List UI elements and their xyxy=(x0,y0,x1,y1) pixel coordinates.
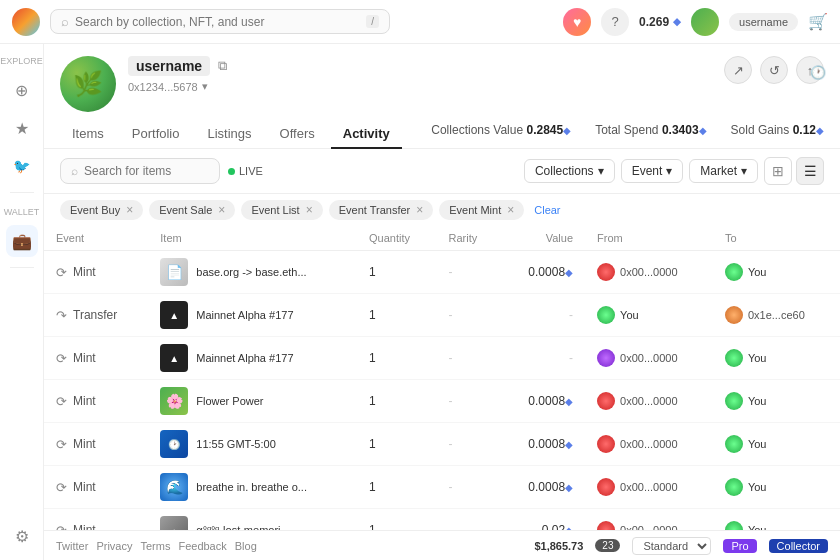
remove-filter-transfer[interactable]: × xyxy=(416,203,423,217)
from-cell: 0x00...0000 xyxy=(585,466,713,509)
tab-offers[interactable]: Offers xyxy=(268,120,327,149)
event-label: Mint xyxy=(73,394,96,408)
tab-items[interactable]: Items xyxy=(60,120,116,149)
to-cell: You xyxy=(713,509,840,531)
table-row[interactable]: ⟳ Mint 🌸 Flower Power 1 - 0.0008◆ 0x00..… xyxy=(44,380,840,423)
twitter-link[interactable]: Twitter xyxy=(56,540,88,552)
blog-link[interactable]: Blog xyxy=(235,540,257,552)
feedback-link[interactable]: Feedback xyxy=(178,540,226,552)
profile-avatar: 🌿 xyxy=(60,56,116,112)
search-input[interactable] xyxy=(75,15,360,29)
user-avatar[interactable] xyxy=(691,8,719,36)
eth-diamond-icon: ◆ xyxy=(673,16,681,27)
tab-portfolio[interactable]: Portfolio xyxy=(120,120,192,149)
item-name[interactable]: breathe in. breathe o... xyxy=(196,481,307,493)
rarity-cell: - xyxy=(437,466,502,509)
sidebar-item-explore[interactable]: ⊕ xyxy=(6,74,38,106)
profile-info: username ⧉ 0x1234...5678 ▾ xyxy=(128,56,712,93)
quantity-cell: 1 xyxy=(357,337,436,380)
terms-link[interactable]: Terms xyxy=(140,540,170,552)
eth-usd-price: $1,865.73 xyxy=(534,540,583,552)
search-kbd: / xyxy=(366,15,379,28)
quantity-cell: 1 xyxy=(357,509,436,531)
rarity-value: - xyxy=(449,265,453,279)
filter-event-transfer[interactable]: Event Transfer × xyxy=(329,200,434,220)
market-dropdown[interactable]: Market ▾ xyxy=(689,159,758,183)
collection-value-label: Collections Value xyxy=(431,123,523,137)
eth-price-value: 0.269 xyxy=(639,15,669,29)
items-search-input[interactable] xyxy=(84,164,209,178)
filter-event-buy[interactable]: Event Buy × xyxy=(60,200,143,220)
sidebar-item-wallet[interactable]: 💼 xyxy=(6,225,38,257)
table-row[interactable]: ⟳ Mint 📄 base.org -> base.eth... 1 - 0.0… xyxy=(44,251,840,294)
event-icon: ⟳ xyxy=(56,437,67,452)
event-cell: ⟳ Mint xyxy=(44,251,148,294)
rarity-value: - xyxy=(449,480,453,494)
rewards-icon[interactable]: ♥ xyxy=(563,8,591,36)
nav-right: ♥ ? 0.269 ◆ username 🛒 xyxy=(563,8,828,36)
remove-filter-mint[interactable]: × xyxy=(507,203,514,217)
list-view-button[interactable]: ☰ xyxy=(796,157,824,185)
value-cell: - xyxy=(501,294,585,337)
filter-event-sale[interactable]: Event Sale × xyxy=(149,200,235,220)
item-cell: 🌸 Flower Power xyxy=(148,380,357,423)
event-dropdown[interactable]: Event ▾ xyxy=(621,159,684,183)
remove-filter-sale[interactable]: × xyxy=(218,203,225,217)
dropdown-icon[interactable]: ▾ xyxy=(202,80,208,93)
sidebar-item-feed[interactable]: 🐦 xyxy=(6,150,38,182)
item-name[interactable]: base.org -> base.eth... xyxy=(196,266,306,278)
tab-activity[interactable]: Activity xyxy=(331,120,402,149)
sidebar-item-settings[interactable]: ⚙ xyxy=(6,520,38,552)
item-name[interactable]: Mainnet Alpha #177 xyxy=(196,309,293,321)
sidebar-item-favorites[interactable]: ★ xyxy=(6,112,38,144)
event-cell: ⟳ Mint xyxy=(44,380,148,423)
value-cell: 0.0008◆ xyxy=(501,380,585,423)
item-name[interactable]: Flower Power xyxy=(196,395,263,407)
item-thumbnail: 📄 xyxy=(160,258,188,286)
to-cell: 0x1e...ce60 xyxy=(713,294,840,337)
privacy-link[interactable]: Privacy xyxy=(96,540,132,552)
refresh-button[interactable]: ↺ xyxy=(760,56,788,84)
event-icon: ⟳ xyxy=(56,265,67,280)
profile-header: 🌿 username ⧉ 0x1234...5678 ▾ ↗ ↺ ↑ xyxy=(44,44,840,112)
username-pill[interactable]: username xyxy=(729,13,798,31)
cart-icon[interactable]: 🛒 xyxy=(808,12,828,31)
item-cell: ◦ α°ᵅ°ᵅ-lost-memori... xyxy=(148,509,357,531)
rarity-value: - xyxy=(449,394,453,408)
sold-gains-stat: Sold Gains 0.12◆ xyxy=(731,123,824,137)
tab-listings[interactable]: Listings xyxy=(196,120,264,149)
clear-filters-button[interactable]: Clear xyxy=(534,204,560,216)
remove-filter-buy[interactable]: × xyxy=(126,203,133,217)
value-cell: 0.0008◆ xyxy=(501,466,585,509)
item-search[interactable]: ⌕ xyxy=(60,158,220,184)
search-items-icon: ⌕ xyxy=(71,164,78,178)
item-name[interactable]: 11:55 GMT-5:00 xyxy=(196,438,276,450)
help-icon[interactable]: ? xyxy=(601,8,629,36)
table-row[interactable]: ↷ Transfer ▲ Mainnet Alpha #177 1 - - Yo… xyxy=(44,294,840,337)
app-logo[interactable] xyxy=(12,8,40,36)
quantity-cell: 1 xyxy=(357,380,436,423)
table-row[interactable]: ⟳ Mint ◦ α°ᵅ°ᵅ-lost-memori... 1 - 0.02◆ … xyxy=(44,509,840,531)
event-label: Mint xyxy=(73,265,96,279)
table-row[interactable]: ⟳ Mint ▲ Mainnet Alpha #177 1 - - 0x00..… xyxy=(44,337,840,380)
filter-event-list[interactable]: Event List × xyxy=(241,200,322,220)
collection-value-num: 0.2845 xyxy=(526,123,563,137)
share-button[interactable]: ↗ xyxy=(724,56,752,84)
explore-label: Explore xyxy=(0,52,43,68)
from-cell: 0x00...0000 xyxy=(585,380,713,423)
global-search[interactable]: ⌕ / xyxy=(50,9,390,34)
event-cell: ⟳ Mint xyxy=(44,337,148,380)
collections-dropdown[interactable]: Collections ▾ xyxy=(524,159,615,183)
table-row[interactable]: ⟳ Mint 🌊 breathe in. breathe o... 1 - 0.… xyxy=(44,466,840,509)
network-select[interactable]: Standard Fast xyxy=(632,537,711,555)
filter-event-mint[interactable]: Event Mint × xyxy=(439,200,524,220)
col-from: From xyxy=(585,226,713,251)
item-thumbnail: ▲ xyxy=(160,301,188,329)
table-row[interactable]: ⟳ Mint 🕑 11:55 GMT-5:00 1 - 0.0008◆ 0x00… xyxy=(44,423,840,466)
copy-address-icon[interactable]: ⧉ xyxy=(218,58,227,74)
live-badge: LIVE xyxy=(228,165,263,177)
remove-filter-list[interactable]: × xyxy=(306,203,313,217)
grid-view-button[interactable]: ⊞ xyxy=(764,157,792,185)
item-name[interactable]: Mainnet Alpha #177 xyxy=(196,352,293,364)
clock-icon[interactable]: 🕐 xyxy=(802,56,834,88)
